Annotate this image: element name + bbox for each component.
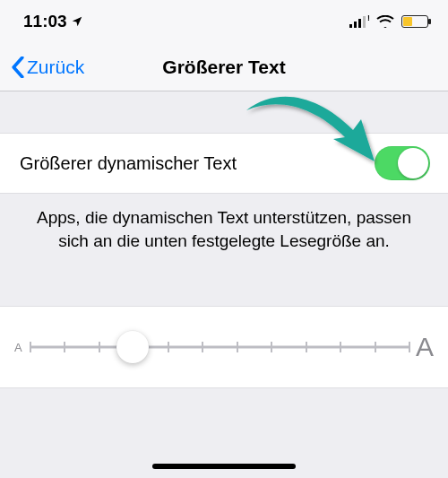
back-button[interactable]: Zurück (0, 56, 84, 78)
slider-tick (202, 342, 203, 352)
status-time-block: 11:03 (23, 12, 83, 31)
text-size-slider[interactable] (30, 334, 409, 361)
slider-min-glyph: A (14, 341, 22, 354)
slider-tick (237, 342, 238, 352)
slider-tick (375, 342, 376, 352)
status-indicators: ! (349, 15, 428, 28)
section-footer: Apps, die dynamischen Text unterstützen,… (0, 194, 448, 252)
svg-rect-1 (354, 22, 357, 28)
slider-tick (306, 342, 307, 352)
location-services-icon (71, 15, 83, 28)
toggle-knob (398, 148, 428, 178)
slider-tick (271, 342, 272, 352)
slider-tick (168, 342, 169, 352)
svg-rect-3 (363, 16, 366, 28)
slider-tick (30, 342, 31, 352)
text-size-slider-cell: A A (0, 306, 448, 388)
home-indicator (152, 464, 296, 469)
chevron-left-icon (11, 56, 25, 78)
slider-tick (99, 342, 100, 352)
svg-rect-0 (349, 24, 352, 28)
cellular-icon: ! (349, 15, 369, 28)
slider-thumb[interactable] (116, 331, 149, 363)
status-bar: 11:03 ! (0, 0, 448, 43)
battery-icon (401, 15, 428, 28)
slider-tick (64, 342, 65, 352)
slider-track (30, 346, 409, 349)
larger-text-label: Größerer dynamischer Text (20, 153, 237, 174)
larger-text-toggle[interactable] (375, 146, 430, 180)
back-label: Zurück (27, 56, 84, 78)
slider-tick (409, 342, 410, 352)
section-gap (0, 91, 448, 133)
status-time: 11:03 (23, 12, 67, 31)
svg-rect-2 (358, 19, 361, 28)
larger-text-cell[interactable]: Größerer dynamischer Text (0, 133, 448, 194)
svg-text:!: ! (367, 15, 369, 22)
slider-tick (340, 342, 341, 352)
navigation-bar: Zurück Größerer Text (0, 43, 448, 91)
page-title: Größerer Text (162, 56, 285, 78)
wifi-icon (376, 15, 394, 28)
battery-fill (403, 17, 412, 26)
slider-max-glyph: A (416, 332, 434, 362)
